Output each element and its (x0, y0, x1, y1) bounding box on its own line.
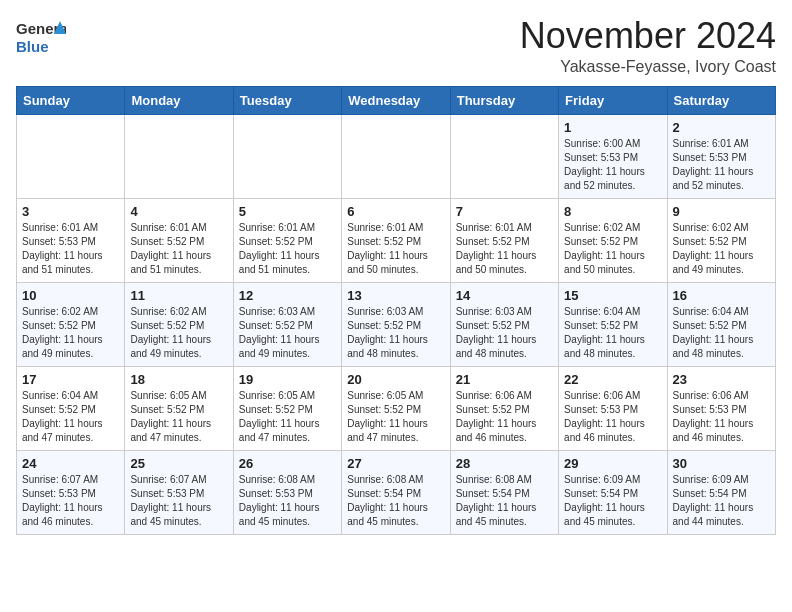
day-number: 25 (130, 456, 227, 471)
day-number: 11 (130, 288, 227, 303)
day-info: Sunrise: 6:01 AM Sunset: 5:53 PM Dayligh… (22, 221, 119, 277)
day-number: 30 (673, 456, 770, 471)
location-title: Yakasse-Feyasse, Ivory Coast (520, 58, 776, 76)
calendar-cell: 21Sunrise: 6:06 AM Sunset: 5:52 PM Dayli… (450, 366, 558, 450)
day-info: Sunrise: 6:07 AM Sunset: 5:53 PM Dayligh… (22, 473, 119, 529)
day-number: 27 (347, 456, 444, 471)
title-block: November 2024 Yakasse-Feyasse, Ivory Coa… (520, 16, 776, 76)
day-info: Sunrise: 6:03 AM Sunset: 5:52 PM Dayligh… (347, 305, 444, 361)
calendar-cell (17, 114, 125, 198)
weekday-header-monday: Monday (125, 86, 233, 114)
day-number: 28 (456, 456, 553, 471)
day-number: 14 (456, 288, 553, 303)
day-number: 4 (130, 204, 227, 219)
day-number: 8 (564, 204, 661, 219)
day-info: Sunrise: 6:04 AM Sunset: 5:52 PM Dayligh… (673, 305, 770, 361)
day-info: Sunrise: 6:08 AM Sunset: 5:54 PM Dayligh… (347, 473, 444, 529)
day-number: 19 (239, 372, 336, 387)
day-info: Sunrise: 6:05 AM Sunset: 5:52 PM Dayligh… (239, 389, 336, 445)
day-number: 15 (564, 288, 661, 303)
calendar-week-row: 1Sunrise: 6:00 AM Sunset: 5:53 PM Daylig… (17, 114, 776, 198)
day-number: 1 (564, 120, 661, 135)
weekday-header-row: SundayMondayTuesdayWednesdayThursdayFrid… (17, 86, 776, 114)
day-number: 13 (347, 288, 444, 303)
weekday-header-sunday: Sunday (17, 86, 125, 114)
weekday-header-saturday: Saturday (667, 86, 775, 114)
day-number: 17 (22, 372, 119, 387)
calendar-cell: 12Sunrise: 6:03 AM Sunset: 5:52 PM Dayli… (233, 282, 341, 366)
day-number: 10 (22, 288, 119, 303)
calendar-cell: 19Sunrise: 6:05 AM Sunset: 5:52 PM Dayli… (233, 366, 341, 450)
logo-svg: General Blue (16, 16, 66, 58)
day-info: Sunrise: 6:08 AM Sunset: 5:53 PM Dayligh… (239, 473, 336, 529)
day-info: Sunrise: 6:03 AM Sunset: 5:52 PM Dayligh… (456, 305, 553, 361)
day-info: Sunrise: 6:02 AM Sunset: 5:52 PM Dayligh… (564, 221, 661, 277)
calendar-cell (342, 114, 450, 198)
calendar-cell: 7Sunrise: 6:01 AM Sunset: 5:52 PM Daylig… (450, 198, 558, 282)
day-number: 5 (239, 204, 336, 219)
day-number: 12 (239, 288, 336, 303)
calendar-cell: 2Sunrise: 6:01 AM Sunset: 5:53 PM Daylig… (667, 114, 775, 198)
calendar-cell: 1Sunrise: 6:00 AM Sunset: 5:53 PM Daylig… (559, 114, 667, 198)
day-info: Sunrise: 6:01 AM Sunset: 5:52 PM Dayligh… (347, 221, 444, 277)
calendar-cell: 30Sunrise: 6:09 AM Sunset: 5:54 PM Dayli… (667, 450, 775, 534)
day-info: Sunrise: 6:07 AM Sunset: 5:53 PM Dayligh… (130, 473, 227, 529)
day-info: Sunrise: 6:01 AM Sunset: 5:52 PM Dayligh… (130, 221, 227, 277)
calendar-cell: 28Sunrise: 6:08 AM Sunset: 5:54 PM Dayli… (450, 450, 558, 534)
day-number: 16 (673, 288, 770, 303)
day-number: 6 (347, 204, 444, 219)
day-info: Sunrise: 6:02 AM Sunset: 5:52 PM Dayligh… (130, 305, 227, 361)
calendar-week-row: 10Sunrise: 6:02 AM Sunset: 5:52 PM Dayli… (17, 282, 776, 366)
calendar-cell: 29Sunrise: 6:09 AM Sunset: 5:54 PM Dayli… (559, 450, 667, 534)
calendar-cell (450, 114, 558, 198)
day-number: 3 (22, 204, 119, 219)
calendar-cell (125, 114, 233, 198)
weekday-header-wednesday: Wednesday (342, 86, 450, 114)
logo: General Blue (16, 16, 66, 58)
calendar-cell: 27Sunrise: 6:08 AM Sunset: 5:54 PM Dayli… (342, 450, 450, 534)
day-number: 24 (22, 456, 119, 471)
calendar-cell: 15Sunrise: 6:04 AM Sunset: 5:52 PM Dayli… (559, 282, 667, 366)
day-info: Sunrise: 6:03 AM Sunset: 5:52 PM Dayligh… (239, 305, 336, 361)
day-number: 20 (347, 372, 444, 387)
day-info: Sunrise: 6:01 AM Sunset: 5:53 PM Dayligh… (673, 137, 770, 193)
calendar-cell: 3Sunrise: 6:01 AM Sunset: 5:53 PM Daylig… (17, 198, 125, 282)
calendar-cell: 5Sunrise: 6:01 AM Sunset: 5:52 PM Daylig… (233, 198, 341, 282)
day-info: Sunrise: 6:05 AM Sunset: 5:52 PM Dayligh… (130, 389, 227, 445)
day-number: 26 (239, 456, 336, 471)
calendar-cell: 8Sunrise: 6:02 AM Sunset: 5:52 PM Daylig… (559, 198, 667, 282)
page-header: General Blue November 2024 Yakasse-Feyas… (16, 16, 776, 76)
calendar-cell: 23Sunrise: 6:06 AM Sunset: 5:53 PM Dayli… (667, 366, 775, 450)
day-number: 23 (673, 372, 770, 387)
calendar-cell: 6Sunrise: 6:01 AM Sunset: 5:52 PM Daylig… (342, 198, 450, 282)
day-number: 22 (564, 372, 661, 387)
calendar-cell: 20Sunrise: 6:05 AM Sunset: 5:52 PM Dayli… (342, 366, 450, 450)
calendar-week-row: 24Sunrise: 6:07 AM Sunset: 5:53 PM Dayli… (17, 450, 776, 534)
day-info: Sunrise: 6:09 AM Sunset: 5:54 PM Dayligh… (564, 473, 661, 529)
day-number: 7 (456, 204, 553, 219)
calendar-week-row: 3Sunrise: 6:01 AM Sunset: 5:53 PM Daylig… (17, 198, 776, 282)
day-info: Sunrise: 6:01 AM Sunset: 5:52 PM Dayligh… (456, 221, 553, 277)
calendar-cell: 17Sunrise: 6:04 AM Sunset: 5:52 PM Dayli… (17, 366, 125, 450)
day-number: 9 (673, 204, 770, 219)
weekday-header-tuesday: Tuesday (233, 86, 341, 114)
svg-text:Blue: Blue (16, 38, 49, 55)
calendar-cell: 24Sunrise: 6:07 AM Sunset: 5:53 PM Dayli… (17, 450, 125, 534)
calendar-week-row: 17Sunrise: 6:04 AM Sunset: 5:52 PM Dayli… (17, 366, 776, 450)
day-info: Sunrise: 6:06 AM Sunset: 5:52 PM Dayligh… (456, 389, 553, 445)
calendar-cell (233, 114, 341, 198)
calendar-cell: 4Sunrise: 6:01 AM Sunset: 5:52 PM Daylig… (125, 198, 233, 282)
day-info: Sunrise: 6:04 AM Sunset: 5:52 PM Dayligh… (564, 305, 661, 361)
calendar-cell: 18Sunrise: 6:05 AM Sunset: 5:52 PM Dayli… (125, 366, 233, 450)
day-info: Sunrise: 6:00 AM Sunset: 5:53 PM Dayligh… (564, 137, 661, 193)
day-info: Sunrise: 6:02 AM Sunset: 5:52 PM Dayligh… (673, 221, 770, 277)
calendar-cell: 13Sunrise: 6:03 AM Sunset: 5:52 PM Dayli… (342, 282, 450, 366)
calendar-cell: 25Sunrise: 6:07 AM Sunset: 5:53 PM Dayli… (125, 450, 233, 534)
weekday-header-thursday: Thursday (450, 86, 558, 114)
calendar-table: SundayMondayTuesdayWednesdayThursdayFrid… (16, 86, 776, 535)
calendar-cell: 22Sunrise: 6:06 AM Sunset: 5:53 PM Dayli… (559, 366, 667, 450)
calendar-cell: 14Sunrise: 6:03 AM Sunset: 5:52 PM Dayli… (450, 282, 558, 366)
calendar-cell: 16Sunrise: 6:04 AM Sunset: 5:52 PM Dayli… (667, 282, 775, 366)
calendar-cell: 26Sunrise: 6:08 AM Sunset: 5:53 PM Dayli… (233, 450, 341, 534)
day-info: Sunrise: 6:02 AM Sunset: 5:52 PM Dayligh… (22, 305, 119, 361)
